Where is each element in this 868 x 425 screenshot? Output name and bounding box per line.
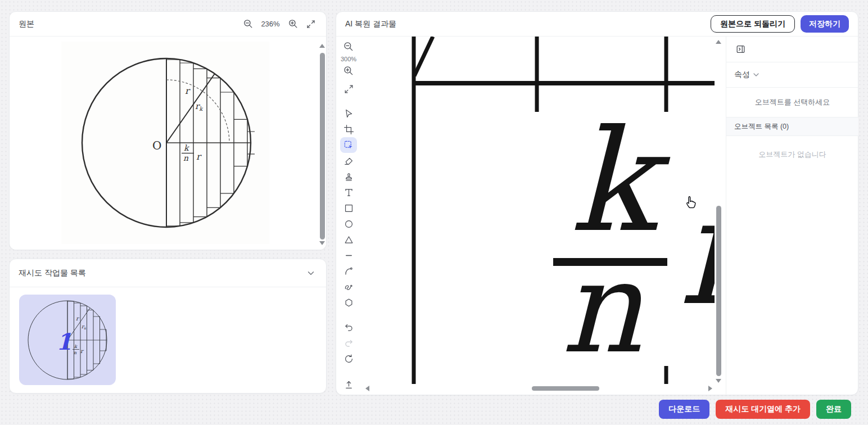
canvas-vertical-scrollbar[interactable] — [715, 37, 722, 384]
object-list-header[interactable]: 오브젝트 목록 (0) — [726, 117, 858, 136]
scrollbar-thumb[interactable] — [532, 386, 599, 391]
scroll-up-arrow[interactable] — [319, 44, 325, 48]
properties-sidebar: 속성 오브젝트를 선택하세요 오브젝트 목록 (0) 오브젝트가 없습니다 — [726, 37, 858, 395]
text-tool[interactable] — [340, 184, 357, 200]
scroll-down-arrow[interactable] — [716, 379, 721, 383]
properties-label: 속성 — [734, 70, 750, 80]
original-diagram: O r rk k n r — [61, 42, 269, 244]
editor-header: AI 복원 결과물 원본으로 되돌리기 저장하기 — [336, 12, 858, 37]
chevron-down-icon[interactable] — [305, 267, 317, 279]
panel-collapse-icon[interactable] — [734, 43, 747, 56]
zoom-in-icon[interactable] — [287, 18, 299, 30]
object-list-empty-message: 오브젝트가 없습니다 — [726, 136, 858, 160]
retry-panel-header[interactable]: 재시도 작업물 목록 — [10, 259, 326, 287]
thumb-frac-den: n — [74, 350, 77, 355]
original-panel-title: 원본 — [19, 19, 34, 29]
scribble-tool[interactable] — [340, 279, 357, 295]
editor-panel: AI 복원 결과물 원본으로 되돌리기 저장하기 300% — [336, 11, 858, 395]
object-list-label: 오브젝트 목록 (0) — [734, 122, 789, 132]
save-button[interactable]: 저장하기 — [801, 15, 849, 33]
scrollbar-thumb[interactable] — [320, 53, 325, 239]
retry-thumbnail[interactable]: r rk k n r 1 — [19, 295, 116, 385]
eraser-tool[interactable] — [340, 153, 357, 169]
scroll-up-arrow[interactable] — [716, 40, 721, 44]
thumb-frac-num: k — [74, 344, 78, 349]
scroll-right-arrow[interactable] — [708, 386, 712, 391]
add-retry-queue-button[interactable]: 재시도 대기열에 추가 — [716, 400, 810, 419]
retry-thumbnail-diagram: r rk k n r 1 — [19, 295, 116, 385]
zoom-out-icon[interactable] — [242, 18, 254, 30]
editor-toolbar: 300% — [338, 39, 359, 392]
redo-button[interactable] — [340, 335, 357, 351]
retry-panel-title: 재시도 작업물 목록 — [19, 268, 86, 278]
diagram-rk-label: rk — [195, 101, 204, 112]
ellipse-tool[interactable] — [340, 216, 357, 232]
original-vertical-scrollbar[interactable] — [318, 40, 326, 246]
rectangle-tool[interactable] — [340, 200, 357, 216]
thumb-radius-label: r — [76, 315, 80, 322]
done-button[interactable]: 완료 — [816, 400, 851, 419]
editor-title: AI 복원 결과물 — [345, 19, 396, 29]
select-tool[interactable] — [340, 106, 357, 121]
curve-tool[interactable] — [340, 263, 357, 279]
triangle-tool[interactable] — [340, 232, 357, 247]
upload-tool[interactable] — [340, 377, 357, 392]
original-panel: 원본 236% — [9, 11, 327, 250]
marquee-select-tool[interactable] — [340, 137, 357, 153]
original-panel-header: 원본 236% — [10, 12, 326, 37]
expand-icon[interactable] — [305, 18, 317, 30]
diagram-center-label: O — [152, 139, 161, 152]
diagram-radius-label: r — [185, 85, 191, 96]
original-viewer[interactable]: O r rk k n r — [10, 37, 326, 250]
scroll-left-arrow[interactable] — [365, 386, 369, 391]
thumb-overlay-digit: 1 — [56, 328, 72, 355]
revert-button[interactable]: 원본으로 되돌리기 — [711, 15, 795, 33]
canvas-letter-r: r — [678, 165, 715, 338]
chevron-down-icon[interactable] — [750, 69, 762, 81]
stamp-tool[interactable] — [340, 169, 357, 184]
download-button[interactable]: 다운로드 — [659, 400, 709, 419]
thumb-rk-label: rk — [82, 324, 87, 330]
original-zoom-level: 236% — [260, 20, 281, 28]
polygon-tool[interactable] — [340, 295, 357, 310]
diagram-frac-den: n — [183, 153, 189, 162]
footer-actions: 다운로드 재시도 대기열에 추가 완료 — [659, 400, 851, 419]
thumb-frac-side: r — [80, 348, 84, 354]
app-page: 원본 236% — [0, 0, 868, 425]
canvas-zoom-level: 300% — [341, 56, 356, 62]
line-tool[interactable] — [340, 247, 357, 263]
retry-panel: 재시도 작업물 목록 — [9, 259, 327, 394]
diagram-frac-side: r — [196, 151, 202, 162]
canvas-letter-n: n — [561, 234, 643, 381]
undo-button[interactable] — [340, 319, 357, 335]
sidebar-collapse-row — [726, 37, 858, 62]
crop-tool[interactable] — [340, 121, 357, 137]
zoom-out-tool[interactable] — [340, 39, 357, 55]
diagram-frac-num: k — [184, 143, 189, 152]
scroll-down-arrow[interactable] — [319, 241, 325, 245]
canvas-image: k n r — [363, 37, 715, 384]
expand-tool[interactable] — [340, 81, 357, 97]
reset-button[interactable] — [340, 351, 357, 367]
properties-section-header[interactable]: 속성 — [726, 62, 858, 88]
canvas-horizontal-scrollbar[interactable] — [363, 384, 715, 393]
select-object-prompt: 오브젝트를 선택하세요 — [726, 88, 858, 117]
scrollbar-thumb[interactable] — [716, 206, 721, 376]
zoom-in-tool[interactable] — [340, 63, 357, 79]
editor-canvas[interactable]: k n r — [363, 37, 715, 384]
original-image: O r rk k n r — [61, 42, 269, 244]
